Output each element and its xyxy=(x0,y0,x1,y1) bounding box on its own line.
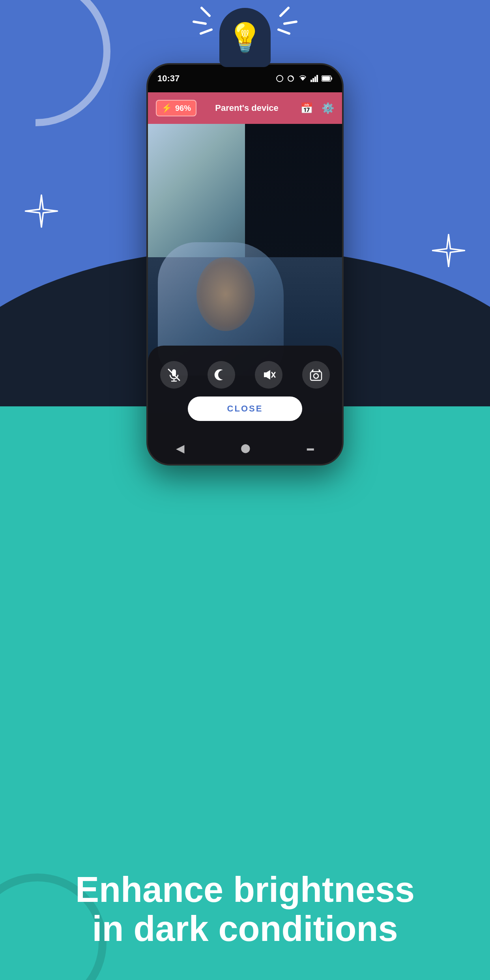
circle-icon xyxy=(276,75,284,82)
battery-charging-icon: ⚡ xyxy=(161,103,172,113)
bottom-controls-panel: CLOSE xyxy=(148,346,342,432)
svg-line-3 xyxy=(201,30,211,34)
bottom-text-container: Enhance brightness in dark conditions xyxy=(0,870,490,948)
wifi-icon xyxy=(298,75,307,82)
svg-line-2 xyxy=(194,22,206,24)
phone-body: 10:37 xyxy=(146,63,344,466)
nav-home-button[interactable]: ⬤ xyxy=(241,443,251,453)
nav-back-button[interactable]: ◀ xyxy=(176,442,185,455)
svg-rect-11 xyxy=(314,77,316,82)
headline-line2: in dark conditions xyxy=(92,909,398,948)
flip-camera-icon xyxy=(309,368,323,382)
svg-line-1 xyxy=(202,8,209,16)
lightbulb-container: 💡 xyxy=(219,8,271,67)
svg-rect-10 xyxy=(312,78,314,82)
svg-point-24 xyxy=(314,374,318,378)
battery-status-icon xyxy=(322,75,333,82)
svg-line-4 xyxy=(281,8,288,16)
headline-text: Enhance brightness in dark conditions xyxy=(32,870,458,948)
svg-line-5 xyxy=(284,22,296,24)
status-bar: 10:37 xyxy=(148,65,342,92)
status-time: 10:37 xyxy=(157,73,276,84)
svg-rect-14 xyxy=(331,77,332,80)
svg-marker-20 xyxy=(264,370,270,380)
signal-icon xyxy=(310,75,318,82)
lightbulb-bg: 💡 xyxy=(219,8,271,67)
flip-camera-button[interactable] xyxy=(302,361,330,389)
svg-point-7 xyxy=(277,75,283,82)
mic-off-icon xyxy=(167,368,181,382)
speaker-off-icon xyxy=(262,368,276,382)
phone-side-button xyxy=(342,183,344,215)
status-icons xyxy=(276,75,333,82)
lightbulb-icon: 💡 xyxy=(227,21,263,54)
mic-off-button[interactable] xyxy=(160,361,188,389)
nav-recents-button[interactable]: ▬ xyxy=(307,444,314,453)
battery-percent: 96% xyxy=(175,104,191,113)
night-mode-button[interactable] xyxy=(208,361,235,389)
svg-rect-15 xyxy=(322,77,330,81)
svg-line-6 xyxy=(279,30,289,34)
calendar-icon[interactable]: 📅 xyxy=(300,102,313,114)
battery-indicator: ⚡ 96% xyxy=(156,100,196,116)
device-name-label: Parent's device xyxy=(202,103,292,113)
settings-icon[interactable]: ⚙️ xyxy=(322,102,334,114)
moon-icon xyxy=(214,368,228,382)
speaker-off-button[interactable] xyxy=(255,361,282,389)
phone-mockup: 10:37 xyxy=(146,63,344,466)
control-icons-row xyxy=(160,361,330,389)
svg-rect-12 xyxy=(316,75,318,82)
svg-rect-23 xyxy=(310,372,322,380)
sparkle-left xyxy=(24,193,59,230)
headline-line1: Enhance brightness xyxy=(75,870,415,909)
sparkle-right xyxy=(431,233,466,270)
refresh-icon xyxy=(287,75,295,82)
baby-face xyxy=(196,257,255,331)
app-header: ⚡ 96% Parent's device 📅 ⚙️ xyxy=(148,92,342,124)
svg-rect-9 xyxy=(310,80,312,82)
close-button[interactable]: CLOSE xyxy=(188,396,303,421)
phone-nav-bar: ◀ ⬤ ▬ xyxy=(148,432,342,464)
